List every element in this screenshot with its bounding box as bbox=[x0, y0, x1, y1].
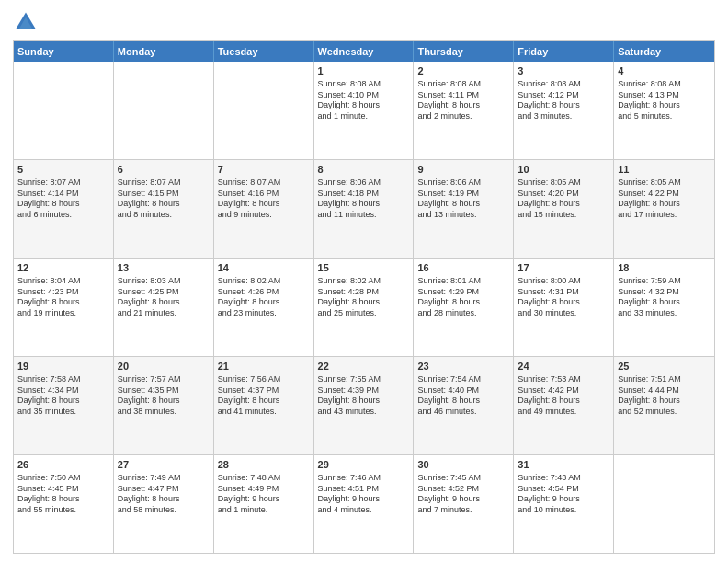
calendar-header-saturday: Saturday bbox=[614, 41, 714, 62]
day-number: 29 bbox=[318, 458, 410, 472]
day-number: 17 bbox=[518, 261, 609, 275]
day-number: 12 bbox=[17, 261, 109, 275]
logo bbox=[13, 9, 42, 35]
cell-text: Sunrise: 8:05 AM Sunset: 4:20 PM Dayligh… bbox=[518, 178, 609, 221]
calendar-row-3: 19Sunrise: 7:58 AM Sunset: 4:34 PM Dayli… bbox=[14, 356, 714, 454]
calendar-header-wednesday: Wednesday bbox=[314, 41, 415, 62]
calendar-cell: 9Sunrise: 8:06 AM Sunset: 4:19 PM Daylig… bbox=[414, 160, 514, 258]
day-number: 20 bbox=[118, 360, 210, 373]
calendar-cell: 20Sunrise: 7:57 AM Sunset: 4:35 PM Dayli… bbox=[114, 357, 214, 454]
day-number: 22 bbox=[318, 360, 410, 373]
cell-text: Sunrise: 7:48 AM Sunset: 4:49 PM Dayligh… bbox=[218, 473, 310, 516]
cell-text: Sunrise: 8:01 AM Sunset: 4:29 PM Dayligh… bbox=[417, 276, 509, 319]
calendar-cell: 6Sunrise: 8:07 AM Sunset: 4:15 PM Daylig… bbox=[114, 160, 214, 258]
day-number: 1 bbox=[318, 64, 410, 78]
cell-text: Sunrise: 7:50 AM Sunset: 4:45 PM Dayligh… bbox=[17, 473, 109, 516]
day-number: 8 bbox=[318, 163, 410, 177]
cell-text: Sunrise: 7:46 AM Sunset: 4:51 PM Dayligh… bbox=[318, 473, 410, 516]
calendar-cell: 13Sunrise: 8:03 AM Sunset: 4:25 PM Dayli… bbox=[114, 259, 214, 356]
cell-text: Sunrise: 8:07 AM Sunset: 4:16 PM Dayligh… bbox=[218, 178, 310, 221]
calendar-cell: 31Sunrise: 7:43 AM Sunset: 4:54 PM Dayli… bbox=[514, 455, 614, 553]
cell-text: Sunrise: 7:58 AM Sunset: 4:34 PM Dayligh… bbox=[17, 374, 109, 418]
calendar-cell: 26Sunrise: 7:50 AM Sunset: 4:45 PM Dayli… bbox=[14, 455, 114, 553]
calendar-cell: 18Sunrise: 7:59 AM Sunset: 4:32 PM Dayli… bbox=[614, 259, 714, 356]
calendar-header: SundayMondayTuesdayWednesdayThursdayFrid… bbox=[14, 41, 714, 62]
cell-text: Sunrise: 7:55 AM Sunset: 4:39 PM Dayligh… bbox=[318, 374, 410, 418]
day-number: 9 bbox=[417, 163, 509, 177]
cell-text: Sunrise: 7:43 AM Sunset: 4:54 PM Dayligh… bbox=[518, 473, 609, 516]
calendar-cell: 15Sunrise: 8:02 AM Sunset: 4:28 PM Dayli… bbox=[314, 259, 415, 356]
calendar-cell: 19Sunrise: 7:58 AM Sunset: 4:34 PM Dayli… bbox=[14, 357, 114, 454]
calendar-header-thursday: Thursday bbox=[414, 41, 514, 62]
day-number: 26 bbox=[17, 458, 109, 472]
day-number: 7 bbox=[218, 163, 310, 177]
day-number: 5 bbox=[17, 163, 109, 177]
calendar-cell: 27Sunrise: 7:49 AM Sunset: 4:47 PM Dayli… bbox=[114, 455, 214, 553]
header bbox=[13, 9, 715, 35]
day-number: 28 bbox=[218, 458, 310, 472]
calendar-cell: 24Sunrise: 7:53 AM Sunset: 4:42 PM Dayli… bbox=[514, 357, 614, 454]
cell-text: Sunrise: 7:56 AM Sunset: 4:37 PM Dayligh… bbox=[218, 374, 310, 418]
calendar-cell: 17Sunrise: 8:00 AM Sunset: 4:31 PM Dayli… bbox=[514, 259, 614, 356]
cell-text: Sunrise: 8:07 AM Sunset: 4:14 PM Dayligh… bbox=[17, 178, 109, 221]
calendar-row-2: 12Sunrise: 8:04 AM Sunset: 4:23 PM Dayli… bbox=[14, 258, 714, 356]
calendar-cell bbox=[214, 62, 314, 159]
cell-text: Sunrise: 8:05 AM Sunset: 4:22 PM Dayligh… bbox=[618, 178, 711, 221]
cell-text: Sunrise: 7:45 AM Sunset: 4:52 PM Dayligh… bbox=[417, 473, 509, 516]
day-number: 18 bbox=[618, 261, 711, 275]
cell-text: Sunrise: 8:02 AM Sunset: 4:28 PM Dayligh… bbox=[318, 276, 410, 319]
day-number: 24 bbox=[518, 360, 609, 373]
cell-text: Sunrise: 8:08 AM Sunset: 4:10 PM Dayligh… bbox=[318, 79, 410, 122]
calendar-cell bbox=[614, 455, 714, 553]
day-number: 27 bbox=[118, 458, 210, 472]
calendar-cell: 25Sunrise: 7:51 AM Sunset: 4:44 PM Dayli… bbox=[614, 357, 714, 454]
calendar-cell: 12Sunrise: 8:04 AM Sunset: 4:23 PM Dayli… bbox=[14, 259, 114, 356]
calendar-header-friday: Friday bbox=[514, 41, 614, 62]
day-number: 13 bbox=[118, 261, 210, 275]
day-number: 23 bbox=[417, 360, 509, 373]
logo-icon bbox=[13, 9, 39, 35]
calendar-header-monday: Monday bbox=[114, 41, 214, 62]
calendar-cell: 1Sunrise: 8:08 AM Sunset: 4:10 PM Daylig… bbox=[314, 62, 415, 159]
calendar-cell: 4Sunrise: 8:08 AM Sunset: 4:13 PM Daylig… bbox=[614, 62, 714, 159]
cell-text: Sunrise: 7:57 AM Sunset: 4:35 PM Dayligh… bbox=[118, 374, 210, 418]
calendar-cell: 21Sunrise: 7:56 AM Sunset: 4:37 PM Dayli… bbox=[214, 357, 314, 454]
cell-text: Sunrise: 8:03 AM Sunset: 4:25 PM Dayligh… bbox=[118, 276, 210, 319]
day-number: 4 bbox=[618, 64, 711, 78]
calendar-cell: 8Sunrise: 8:06 AM Sunset: 4:18 PM Daylig… bbox=[314, 160, 415, 258]
calendar-cell: 16Sunrise: 8:01 AM Sunset: 4:29 PM Dayli… bbox=[414, 259, 514, 356]
calendar-cell: 11Sunrise: 8:05 AM Sunset: 4:22 PM Dayli… bbox=[614, 160, 714, 258]
calendar-header-sunday: Sunday bbox=[14, 41, 114, 62]
day-number: 31 bbox=[518, 458, 609, 472]
calendar-cell bbox=[14, 62, 114, 159]
calendar-row-4: 26Sunrise: 7:50 AM Sunset: 4:45 PM Dayli… bbox=[14, 454, 714, 553]
calendar-cell: 5Sunrise: 8:07 AM Sunset: 4:14 PM Daylig… bbox=[14, 160, 114, 258]
calendar-cell: 30Sunrise: 7:45 AM Sunset: 4:52 PM Dayli… bbox=[414, 455, 514, 553]
calendar-cell: 7Sunrise: 8:07 AM Sunset: 4:16 PM Daylig… bbox=[214, 160, 314, 258]
page: SundayMondayTuesdayWednesdayThursdayFrid… bbox=[0, 0, 728, 563]
cell-text: Sunrise: 8:02 AM Sunset: 4:26 PM Dayligh… bbox=[218, 276, 310, 319]
calendar-cell: 10Sunrise: 8:05 AM Sunset: 4:20 PM Dayli… bbox=[514, 160, 614, 258]
calendar-row-0: 1Sunrise: 8:08 AM Sunset: 4:10 PM Daylig… bbox=[14, 62, 714, 159]
day-number: 15 bbox=[318, 261, 410, 275]
day-number: 11 bbox=[618, 163, 711, 177]
day-number: 2 bbox=[417, 64, 509, 78]
cell-text: Sunrise: 8:07 AM Sunset: 4:15 PM Dayligh… bbox=[118, 178, 210, 221]
calendar-cell: 28Sunrise: 7:48 AM Sunset: 4:49 PM Dayli… bbox=[214, 455, 314, 553]
cell-text: Sunrise: 8:06 AM Sunset: 4:18 PM Dayligh… bbox=[318, 178, 410, 221]
cell-text: Sunrise: 7:59 AM Sunset: 4:32 PM Dayligh… bbox=[618, 276, 711, 319]
cell-text: Sunrise: 7:51 AM Sunset: 4:44 PM Dayligh… bbox=[618, 374, 711, 418]
day-number: 3 bbox=[518, 64, 609, 78]
day-number: 14 bbox=[218, 261, 310, 275]
cell-text: Sunrise: 8:08 AM Sunset: 4:11 PM Dayligh… bbox=[417, 79, 509, 122]
calendar-body: 1Sunrise: 8:08 AM Sunset: 4:10 PM Daylig… bbox=[14, 62, 714, 553]
day-number: 19 bbox=[17, 360, 109, 373]
calendar-cell bbox=[114, 62, 214, 159]
calendar-cell: 14Sunrise: 8:02 AM Sunset: 4:26 PM Dayli… bbox=[214, 259, 314, 356]
cell-text: Sunrise: 8:04 AM Sunset: 4:23 PM Dayligh… bbox=[17, 276, 109, 319]
calendar-cell: 22Sunrise: 7:55 AM Sunset: 4:39 PM Dayli… bbox=[314, 357, 415, 454]
calendar-cell: 29Sunrise: 7:46 AM Sunset: 4:51 PM Dayli… bbox=[314, 455, 415, 553]
day-number: 6 bbox=[118, 163, 210, 177]
day-number: 10 bbox=[518, 163, 609, 177]
cell-text: Sunrise: 7:49 AM Sunset: 4:47 PM Dayligh… bbox=[118, 473, 210, 516]
